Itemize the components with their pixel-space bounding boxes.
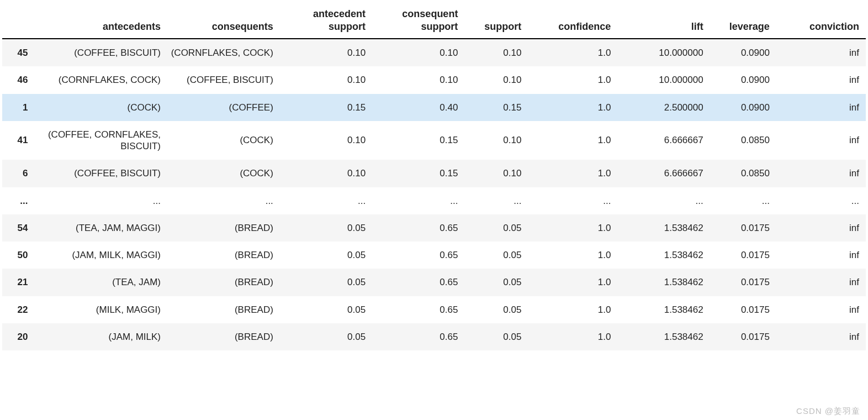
cell-antecedents: ... <box>35 187 167 214</box>
cell-consequent-support: 0.10 <box>372 66 464 93</box>
cell-consequent-support: 0.15 <box>372 160 464 187</box>
association-rules-table: antecedents consequents antecedent suppo… <box>2 2 866 350</box>
cell-lift: 10.000000 <box>617 66 710 93</box>
cell-consequents: (BREAD) <box>167 296 280 323</box>
cell-leverage: 0.0175 <box>710 269 776 296</box>
table-row[interactable]: 6(COFFEE, BISCUIT)(COCK)0.100.150.101.06… <box>2 160 866 187</box>
cell-support: 0.05 <box>464 323 528 350</box>
cell-consequent-support: 0.65 <box>372 214 464 242</box>
cell-confidence: 1.0 <box>528 160 617 187</box>
cell-lift: 1.538462 <box>617 323 710 350</box>
table-body: 45(COFFEE, BISCUIT)(CORNFLAKES, COCK)0.1… <box>2 39 866 350</box>
cell-support: 0.10 <box>464 66 528 93</box>
cell-antecedent-support: 0.05 <box>280 323 372 350</box>
row-index: 54 <box>2 214 35 242</box>
col-confidence[interactable]: confidence <box>528 2 617 39</box>
cell-lift: 6.666667 <box>617 121 710 160</box>
row-index: 6 <box>2 160 35 187</box>
cell-consequents: (COFFEE) <box>167 94 280 121</box>
cell-consequent-support: 0.40 <box>372 94 464 121</box>
cell-antecedents: (COFFEE, BISCUIT) <box>35 39 167 66</box>
cell-confidence: 1.0 <box>528 94 617 121</box>
cell-antecedent-support: 0.05 <box>280 214 372 242</box>
cell-conviction: inf <box>776 269 866 296</box>
cell-support: 0.10 <box>464 39 528 66</box>
cell-consequents: (COFFEE, BISCUIT) <box>167 66 280 93</box>
cell-antecedent-support: 0.15 <box>280 94 372 121</box>
row-index: ... <box>2 187 35 214</box>
table-row[interactable]: 1(COCK)(COFFEE)0.150.400.151.02.5000000.… <box>2 94 866 121</box>
cell-conviction: inf <box>776 121 866 160</box>
cell-confidence: 1.0 <box>528 66 617 93</box>
table-row[interactable]: 41(COFFEE, CORNFLAKES, BISCUIT)(COCK)0.1… <box>2 121 866 160</box>
cell-conviction: inf <box>776 160 866 187</box>
table-row[interactable]: 21(TEA, JAM)(BREAD)0.050.650.051.01.5384… <box>2 269 866 296</box>
col-leverage[interactable]: leverage <box>710 2 776 39</box>
row-index: 46 <box>2 66 35 93</box>
row-index: 45 <box>2 39 35 66</box>
cell-conviction: inf <box>776 66 866 93</box>
cell-consequent-support: ... <box>372 187 464 214</box>
cell-consequents: ... <box>167 187 280 214</box>
cell-consequents: (COCK) <box>167 121 280 160</box>
cell-conviction: inf <box>776 296 866 323</box>
cell-conviction: inf <box>776 323 866 350</box>
cell-conviction: inf <box>776 39 866 66</box>
cell-antecedent-support: ... <box>280 187 372 214</box>
table-row[interactable]: 22(MILK, MAGGI)(BREAD)0.050.650.051.01.5… <box>2 296 866 323</box>
cell-confidence: 1.0 <box>528 39 617 66</box>
col-support[interactable]: support <box>464 2 528 39</box>
cell-leverage: 0.0900 <box>710 66 776 93</box>
cell-leverage: 0.0175 <box>710 214 776 242</box>
col-lift[interactable]: lift <box>617 2 710 39</box>
cell-support: 0.10 <box>464 121 528 160</box>
cell-support: 0.05 <box>464 242 528 269</box>
cell-leverage: 0.0900 <box>710 39 776 66</box>
cell-lift: ... <box>617 187 710 214</box>
cell-leverage: 0.0900 <box>710 94 776 121</box>
cell-lift: 1.538462 <box>617 269 710 296</box>
cell-lift: 6.666667 <box>617 160 710 187</box>
cell-antecedents: (MILK, MAGGI) <box>35 296 167 323</box>
col-antecedents[interactable]: antecedents <box>35 2 167 39</box>
cell-confidence: 1.0 <box>528 269 617 296</box>
cell-leverage: 0.0175 <box>710 242 776 269</box>
cell-support: 0.15 <box>464 94 528 121</box>
col-consequents[interactable]: consequents <box>167 2 280 39</box>
cell-consequent-support: 0.10 <box>372 39 464 66</box>
cell-lift: 1.538462 <box>617 242 710 269</box>
table-row[interactable]: .............................. <box>2 187 866 214</box>
cell-leverage: 0.0175 <box>710 323 776 350</box>
cell-confidence: ... <box>528 187 617 214</box>
table-row[interactable]: 20(JAM, MILK)(BREAD)0.050.650.051.01.538… <box>2 323 866 350</box>
cell-confidence: 1.0 <box>528 121 617 160</box>
table-row[interactable]: 46(CORNFLAKES, COCK)(COFFEE, BISCUIT)0.1… <box>2 66 866 93</box>
cell-antecedents: (TEA, JAM) <box>35 269 167 296</box>
cell-antecedents: (CORNFLAKES, COCK) <box>35 66 167 93</box>
cell-consequent-support: 0.65 <box>372 323 464 350</box>
cell-antecedent-support: 0.10 <box>280 39 372 66</box>
col-consequent-support[interactable]: consequent support <box>372 2 464 39</box>
cell-consequents: (CORNFLAKES, COCK) <box>167 39 280 66</box>
cell-confidence: 1.0 <box>528 296 617 323</box>
cell-consequents: (BREAD) <box>167 242 280 269</box>
cell-antecedents: (COFFEE, BISCUIT) <box>35 160 167 187</box>
col-antecedent-support[interactable]: antecedent support <box>280 2 372 39</box>
cell-antecedents: (JAM, MILK) <box>35 323 167 350</box>
table-row[interactable]: 50(JAM, MILK, MAGGI)(BREAD)0.050.650.051… <box>2 242 866 269</box>
cell-leverage: ... <box>710 187 776 214</box>
cell-lift: 1.538462 <box>617 296 710 323</box>
cell-antecedent-support: 0.05 <box>280 269 372 296</box>
cell-conviction: inf <box>776 94 866 121</box>
cell-antecedent-support: 0.10 <box>280 66 372 93</box>
col-conviction[interactable]: conviction <box>776 2 866 39</box>
cell-support: ... <box>464 187 528 214</box>
cell-antecedents: (COCK) <box>35 94 167 121</box>
cell-leverage: 0.0175 <box>710 296 776 323</box>
cell-support: 0.05 <box>464 269 528 296</box>
table-row[interactable]: 45(COFFEE, BISCUIT)(CORNFLAKES, COCK)0.1… <box>2 39 866 66</box>
col-index[interactable] <box>2 2 35 39</box>
cell-antecedents: (JAM, MILK, MAGGI) <box>35 242 167 269</box>
cell-consequents: (BREAD) <box>167 269 280 296</box>
table-row[interactable]: 54(TEA, JAM, MAGGI)(BREAD)0.050.650.051.… <box>2 214 866 242</box>
